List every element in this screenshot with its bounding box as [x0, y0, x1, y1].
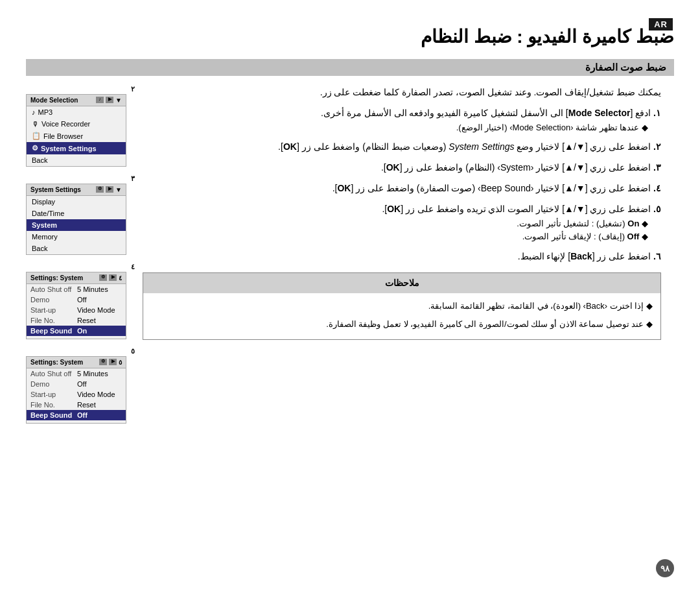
voice-label: Voice Recorder: [41, 120, 90, 128]
right-panel: يمكنك ضبط تشغيل/إيقاف الصوت. وعند تشغيل …: [136, 85, 674, 557]
widget2: System Settings ⚙ ▶ ▼ Display Date/Time: [26, 184, 126, 255]
step5: ٥. اضغط على زري [▼/▲] لاختيار الصوت الذي…: [143, 202, 661, 244]
widget3-step: ٤: [26, 263, 136, 271]
step3: ٣. اضغط على زري [▼/▲] لاختيار ‹System› (…: [143, 160, 661, 176]
widget4-row2: Demo Off: [27, 379, 126, 389]
w3-beep-label: Beep Sound: [30, 327, 77, 335]
w3-autoshutoff-value: 5 Minutes: [77, 285, 108, 293]
widget1-item-back: Back: [27, 154, 126, 166]
w2-system-label: System: [32, 221, 57, 229]
w3-autoshutoff-label: Auto Shut off: [30, 285, 77, 293]
w4-startup-value: Video Mode: [77, 391, 115, 398]
widget4-row3: Start-up Video Mode: [27, 389, 126, 400]
step5-sub2: Off (إيقاف) : لإيقاف تأثير الصوت.: [143, 230, 661, 244]
widget1-step: ٢: [26, 85, 136, 93]
icon-num: ▼: [115, 97, 122, 104]
w4-autoshutoff-value: 5 Minutes: [77, 370, 108, 378]
intro-text: يمكنك ضبط تشغيل/إيقاف الصوت. وعند تشغيل …: [143, 85, 661, 101]
main-content: ٢ Mode Selection ♪ ▶ ▼ ♪ MP3: [26, 85, 674, 557]
widget3-header: Settings: System ⚙ ▶ ٤: [27, 272, 126, 284]
widget3-row3: Start-up Video Mode: [27, 305, 126, 315]
widget3-spacer: [27, 336, 126, 339]
widget4-row5: Beep Sound Off: [27, 410, 126, 420]
w3-beep-value: On: [77, 327, 87, 335]
widget3-title: Settings: System: [30, 274, 83, 282]
widget3: Settings: System ⚙ ▶ ٤ Auto Shut off 5 M…: [26, 272, 126, 339]
page-container: AR ضبط كاميرة الفيديو : ضبط النظام ضبط ص…: [0, 0, 700, 589]
step2-number: ٢.: [651, 141, 661, 152]
step5-number: ٥.: [651, 204, 661, 214]
widget2-icons: ⚙ ▶ ▼: [96, 186, 122, 193]
widget2-wrapper: ٣ System Settings ⚙ ▶ ▼ Display: [26, 174, 136, 255]
icon-w2a: ⚙: [96, 186, 104, 193]
display-label: Display: [32, 198, 55, 206]
widget3-row2: Demo Off: [27, 294, 126, 305]
ar-badge: AR: [649, 18, 673, 30]
icon-w4a: ⚙: [99, 359, 107, 365]
step1-sub: عندها تظهر شاشة ‹Mode Selection› (اختيار…: [143, 121, 661, 135]
widget1-item-voice: 🎙 Voice Recorder: [27, 118, 126, 130]
widget2-title: System Settings: [30, 186, 81, 193]
widget2-header: System Settings ⚙ ▶ ▼: [27, 184, 126, 196]
w4-fileno-label: File No.: [30, 401, 77, 409]
widget4-step: ٥: [26, 347, 136, 355]
widget2-item-back: Back: [27, 243, 126, 254]
left-panel: ٢ Mode Selection ♪ ▶ ▼ ♪ MP3: [26, 85, 136, 557]
widget4: Settings: System ⚙ ▶ ٥ Auto Shut off 5 M…: [26, 356, 126, 424]
icon-film: ▶: [106, 97, 113, 103]
w4-beep-value: Off: [77, 411, 88, 419]
widget2-step: ٣: [26, 174, 136, 183]
icon-w3c: ٤: [119, 274, 122, 282]
w3-demo-value: Off: [77, 296, 86, 304]
step1: ١. ادفع [Mode Selector] الى الأسفل لتشغي…: [143, 106, 661, 135]
system-label: System Settings: [41, 145, 97, 152]
widget4-row1: Auto Shut off 5 Minutes: [27, 368, 126, 379]
step4: ٤. اضغط على زري [▼/▲] لاختيار ‹Beep Soun…: [143, 181, 661, 197]
note2: عند توصيل سماعة الاذن أو سلك لصوت/الصورة…: [151, 317, 653, 331]
back-label-2: Back: [32, 245, 47, 252]
w3-startup-value: Video Mode: [77, 306, 115, 314]
widget4-header: Settings: System ⚙ ▶ ٥: [27, 357, 126, 368]
icon-w2c: ▼: [115, 186, 122, 193]
widget4-icons: ⚙ ▶ ٥: [99, 359, 122, 366]
step6: ٦. اضغط على زر [Back] لإنهاء الضبط.: [143, 249, 661, 265]
w4-fileno-value: Reset: [77, 401, 96, 409]
step1-number: ١.: [651, 108, 661, 118]
memory-label: Memory: [32, 233, 58, 241]
notes-content: إذا اخترت ‹Back› (العودة)، في القائمة، ت…: [143, 293, 660, 339]
w4-demo-value: Off: [77, 380, 86, 388]
w3-fileno-value: Reset: [77, 317, 96, 324]
widget1-item-file: 📋 File Browser: [27, 130, 126, 142]
widget1-item-system: ⚙ System Settings: [27, 142, 126, 154]
widget3-row1: Auto Shut off 5 Minutes: [27, 284, 126, 294]
w3-fileno-label: File No.: [30, 317, 77, 324]
widget3-wrapper: ٤ Settings: System ⚙ ▶ ٤ Auto Shut off 5…: [26, 263, 136, 339]
widget2-item-display: Display: [27, 196, 126, 208]
w3-startup-label: Start-up: [30, 306, 77, 314]
icon-w3b: ▶: [109, 274, 117, 281]
widget2-item-datetime: Date/Time: [27, 208, 126, 219]
widget2-item-memory: Memory: [27, 231, 126, 243]
widget1-wrapper: ٢ Mode Selection ♪ ▶ ▼ ♪ MP3: [26, 85, 136, 167]
datetime-label: Date/Time: [32, 210, 64, 217]
widget4-row4: File No. Reset: [27, 400, 126, 410]
widget2-item-system: System: [27, 219, 126, 231]
back-label-1: Back: [32, 156, 47, 164]
mp3-label: MP3: [38, 108, 53, 116]
system-icon: ⚙: [32, 144, 38, 152]
w4-beep-label: Beep Sound: [30, 411, 77, 419]
step2: ٢. اضغط على زري [▼/▲] لاختيار وضع System…: [143, 139, 661, 155]
page-title: ضبط كاميرة الفيديو : ضبط النظام: [26, 26, 674, 47]
widget4-spacer: [27, 420, 126, 423]
page-number: ٩٨: [656, 559, 674, 577]
widget3-icons: ⚙ ▶ ٤: [99, 274, 122, 282]
widget3-row4: File No. Reset: [27, 315, 126, 326]
widget1-header: Mode Selection ♪ ▶ ▼: [27, 95, 126, 106]
step5-sub1: On (تشغيل) : لتشغيل تأثير الصوت.: [143, 217, 661, 231]
icon-music: ♪: [96, 97, 104, 103]
w4-startup-label: Start-up: [30, 391, 77, 398]
widget4-wrapper: ٥ Settings: System ⚙ ▶ ٥ Auto Shut off 5…: [26, 347, 136, 424]
notes-header: ملاحظات: [143, 273, 660, 293]
icon-w4b: ▶: [109, 359, 117, 365]
widget1: Mode Selection ♪ ▶ ▼ ♪ MP3 🎙 Voice Reco: [26, 94, 126, 167]
